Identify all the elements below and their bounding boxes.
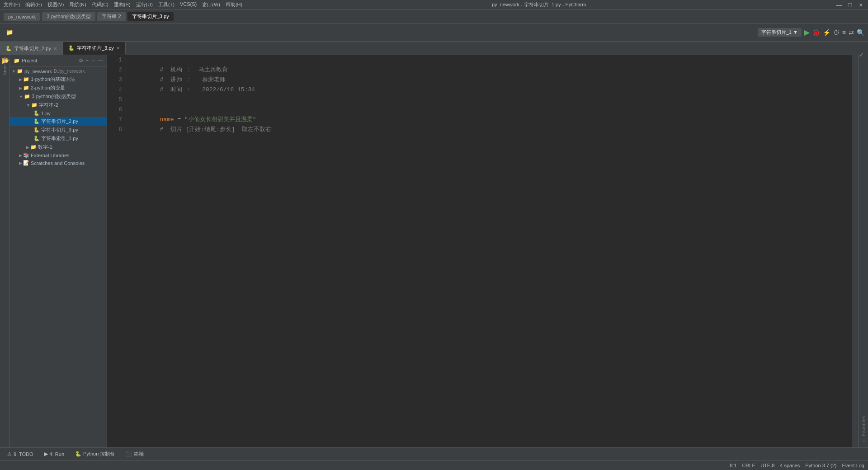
navtab-datatype[interactable]: 3-python的数据类型 [42, 12, 95, 21]
menu-file[interactable]: 文件(F) [4, 1, 20, 8]
folder-icon-1: 📁 [23, 76, 29, 82]
navtab-project[interactable]: py_newwork [4, 13, 40, 21]
favorites-sidebar[interactable]: ☆ Favorites [858, 55, 868, 447]
navtab-string2[interactable]: 字符串-2 [97, 12, 126, 21]
coverage-button[interactable]: ⚡ [823, 29, 830, 36]
folder-icon-2: 📁 [23, 85, 29, 91]
bottom-tab-run[interactable]: ▶ 4: Run [41, 450, 68, 458]
terminal-label: 终端 [134, 451, 144, 457]
project-icon-btn[interactable]: 📁 [4, 28, 15, 37]
menu-window[interactable]: 窗口(W) [202, 1, 220, 8]
side-icon-structure[interactable]: Structure [2, 68, 8, 75]
bottom-tab-terminal[interactable]: ⬛ 终端 [122, 449, 147, 459]
menu-help[interactable]: 帮助(H) [226, 1, 242, 8]
tree-item-number1[interactable]: ▶ 📁 数字-1 [10, 143, 107, 151]
status-position[interactable]: 8:1 [730, 463, 736, 468]
editor-area: □ 1 2 3 4 5 6 7 8 # 机构 ： 马土兵教育 # 讲师 ： 慕洲… [107, 55, 858, 447]
minimize-button[interactable]: — [835, 1, 843, 9]
tree-item-folder3[interactable]: ▼ 📁 3-python的数据类型 [10, 92, 107, 101]
code-editor[interactable]: # 机构 ： 马土兵教育 # 讲师 ： 慕洲老师 # 时间 ： 2022/6/1… [126, 55, 852, 447]
tree-item-folder1[interactable]: ▶ 📁 1-python的基础语法 [10, 75, 107, 84]
bottom-tabs: ⚠ 9: TODO ▶ 4: Run 🐍 Python 控制台 ⬛ 终端 [0, 447, 868, 460]
tree-item-index1[interactable]: 🐍 字符串索引_1.py [10, 134, 107, 143]
toolbar-right: 字符串切片_1 ▼ ▶ 🐞 ⚡ ⏱ ≡ ⇄ 🔍 [758, 28, 864, 37]
debug-button[interactable]: 🐞 [812, 29, 820, 36]
statusbar: 8:1 CRLF UTF-8 4 spaces Python 3.7 (2) E… [0, 460, 868, 470]
tree-label-number1: 数字-1 [38, 144, 52, 150]
filetab-2-close[interactable]: ✕ [116, 46, 120, 51]
titlebar-controls[interactable]: — □ × [835, 1, 864, 9]
tree-arrow-number1: ▶ [26, 145, 29, 150]
python-console-label: Python 控制台 [83, 451, 115, 457]
project-add-btn[interactable]: + [85, 57, 89, 64]
python-icon-slice3: 🐍 [33, 127, 40, 133]
filetab-2[interactable]: 🐍 字符串切片_3.py ✕ [63, 42, 126, 55]
line-num-4: 4 [107, 85, 126, 95]
line-num-7: 7 [107, 115, 126, 125]
tree-item-slice2[interactable]: 🐍 字符串切片_2.py [10, 117, 107, 126]
menu-view[interactable]: 视图(V) [47, 1, 64, 8]
favorites-label[interactable]: ☆ Favorites [860, 416, 866, 444]
project-tree: ▼ 📁 py_newwork D:/py_newwork ▶ 📁 1-pytho… [10, 66, 107, 447]
menu-refactor[interactable]: 重构(S) [114, 1, 131, 8]
line-num-8: 8 [107, 125, 126, 135]
code-line-2: # 讲师 ： 慕洲老师 [132, 65, 852, 75]
toolbar-btn2[interactable]: ⇄ [849, 29, 854, 36]
tree-item-string2-folder[interactable]: ▼ 📁 字符串-2 [10, 101, 107, 109]
folder-icon-root: 📁 [17, 68, 23, 74]
tree-arrow-string2: ▼ [26, 103, 30, 108]
menu-run[interactable]: 运行(U) [136, 1, 153, 8]
search-everywhere-btn[interactable]: 🔍 [857, 29, 864, 36]
tree-item-scratches[interactable]: ▶ 📝 Scratches and Consoles [10, 159, 107, 167]
favorites-text: Favorites [861, 416, 866, 436]
toolbar-left: 📁 [4, 28, 15, 37]
status-line-ending[interactable]: CRLF [742, 463, 755, 468]
status-python-version[interactable]: Python 3.7 (2) [805, 463, 836, 468]
folder-icon-number1: 📁 [30, 144, 37, 150]
status-event-log[interactable]: Event Log [842, 463, 864, 468]
tree-arrow-folder1: ▶ [19, 77, 22, 82]
filetab-1[interactable]: 🐍 字符串切片_2.py ✕ [0, 42, 63, 55]
titlebar: 文件(F) 编辑(E) 视图(V) 导航(N) 代码(C) 重构(S) 运行(U… [0, 0, 868, 10]
run-config-selector[interactable]: 字符串切片_1 ▼ [758, 28, 802, 37]
menu-edit[interactable]: 编辑(E) [25, 1, 42, 8]
bottom-tab-python-console[interactable]: 🐍 Python 控制台 [71, 449, 118, 459]
project-icon: 📁 [14, 58, 20, 64]
line-num-6: 6 [107, 105, 126, 115]
project-header-buttons[interactable]: ⚙ + ↔ — [79, 57, 103, 64]
tree-item-1py[interactable]: 🐍 1.py [10, 109, 107, 117]
project-expand-btn[interactable]: ↔ [90, 57, 96, 64]
menu-vcs[interactable]: VCS(S) [180, 1, 197, 8]
project-gear-btn[interactable]: ⚙ [79, 57, 84, 64]
tree-item-slice3[interactable]: 🐍 字符串切片_3.py [10, 126, 107, 134]
tree-label-scratches: Scratches and Consoles [31, 160, 85, 166]
status-indent[interactable]: 4 spaces [780, 463, 800, 468]
project-minimize-btn[interactable]: — [98, 57, 103, 64]
filetab-1-close[interactable]: ✕ [53, 46, 57, 51]
titlebar-menus[interactable]: 文件(F) 编辑(E) 视图(V) 导航(N) 代码(C) 重构(S) 运行(U… [4, 1, 242, 8]
todo-icon: ⚠ [7, 451, 12, 457]
menu-tools[interactable]: 工具(T) [158, 1, 175, 8]
fold-btn-1[interactable]: □ [113, 55, 118, 65]
tree-item-root[interactable]: ▼ 📁 py_newwork D:/py_newwork [10, 67, 107, 75]
bottom-tab-todo[interactable]: ⚠ 9: TODO [4, 450, 37, 458]
toolbar-btn1[interactable]: ≡ [842, 29, 846, 36]
status-encoding[interactable]: UTF-8 [760, 463, 774, 468]
file-tabs: 🐍 字符串切片_2.py ✕ 🐍 字符串切片_3.py ✕ ✓ [0, 42, 868, 55]
code-line-6: name = "小仙女长相甜美并且温柔" [132, 105, 852, 115]
line-num-3: 3 [107, 75, 126, 85]
tree-arrow-root: ▼ [12, 69, 16, 74]
menu-nav[interactable]: 导航(N) [69, 1, 86, 8]
tree-root-path: D:/py_newwork [54, 69, 85, 74]
maximize-button[interactable]: □ [846, 1, 854, 9]
menu-code[interactable]: 代码(C) [92, 1, 108, 8]
tree-item-folder2[interactable]: ▶ 📁 2-python的变量 [10, 84, 107, 92]
tree-arrow-scratches: ▶ [19, 161, 22, 165]
tree-label-string2: 字符串-2 [39, 102, 58, 108]
tree-item-extlibs[interactable]: ▶ 📚 External Libraries [10, 151, 107, 159]
folder-icon-string2: 📁 [31, 102, 38, 108]
close-button[interactable]: × [857, 1, 864, 9]
navtab-current-file[interactable]: 字符串切片_3.py [127, 12, 174, 21]
run-button[interactable]: ▶ [804, 28, 810, 37]
profile-button[interactable]: ⏱ [833, 29, 840, 36]
